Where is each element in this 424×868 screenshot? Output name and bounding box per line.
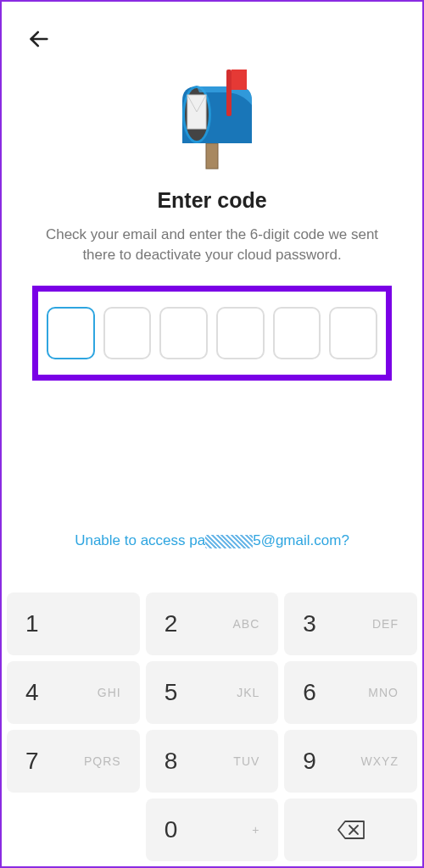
code-digit-1[interactable] <box>47 307 95 359</box>
keypad-digit: 8 <box>165 748 178 775</box>
backspace-icon <box>337 820 365 840</box>
page-subtitle: Check your email and enter the 6-digit c… <box>34 225 390 265</box>
keypad-letters: JKL <box>237 686 259 699</box>
keypad-9[interactable]: 9 WXYZ <box>284 730 417 793</box>
keypad-backspace[interactable] <box>284 798 417 861</box>
back-button[interactable] <box>27 27 397 54</box>
keypad-7[interactable]: 7 PQRS <box>7 730 140 793</box>
mailbox-icon <box>157 63 267 173</box>
keypad-letters: PQRS <box>84 754 121 768</box>
keypad-digit: 4 <box>25 679 39 706</box>
keypad-1[interactable]: 1 <box>7 593 140 655</box>
code-digit-2[interactable] <box>103 307 152 359</box>
page-title: Enter code <box>2 188 422 213</box>
email-link-prefix: Unable to access pa <box>75 532 205 548</box>
keypad-digit: 9 <box>303 748 316 775</box>
keypad-letters: + <box>252 823 259 837</box>
keypad-digit: 5 <box>165 679 178 706</box>
keypad-letters: ABC <box>233 617 260 631</box>
keypad-3[interactable]: 3 DEF <box>284 593 417 655</box>
code-digit-4[interactable] <box>216 307 265 359</box>
mailbox-illustration <box>2 63 422 173</box>
keypad-digit: 0 <box>165 816 178 843</box>
redacted-text <box>205 535 253 548</box>
keypad-letters: TUV <box>233 754 259 768</box>
code-digit-3[interactable] <box>159 307 208 359</box>
keypad-letters: MNO <box>368 686 399 699</box>
keypad-4[interactable]: 4 GHI <box>7 661 140 724</box>
keypad-digit: 1 <box>25 610 39 637</box>
email-link-suffix: 5@gmail.com? <box>253 532 349 548</box>
keypad-0[interactable]: 0 + <box>146 798 279 861</box>
code-input-group <box>32 286 392 381</box>
svg-rect-1 <box>206 143 218 169</box>
unable-access-email-link[interactable]: Unable to access pa5@gmail.com? <box>2 532 422 549</box>
svg-rect-8 <box>232 70 247 90</box>
code-digit-5[interactable] <box>273 307 321 359</box>
keypad-digit: 3 <box>303 610 316 637</box>
svg-rect-7 <box>226 70 232 116</box>
keypad-letters: WXYZ <box>361 754 399 768</box>
keypad-digit: 2 <box>165 610 178 637</box>
keypad-2[interactable]: 2 ABC <box>146 593 279 655</box>
keypad-8[interactable]: 8 TUV <box>146 730 279 793</box>
code-digit-6[interactable] <box>329 307 377 359</box>
keypad-letters: DEF <box>372 617 399 631</box>
keypad-digit: 7 <box>25 748 39 775</box>
keypad-letters: GHI <box>98 686 121 699</box>
keypad-digit: 6 <box>303 679 316 706</box>
keypad-6[interactable]: 6 MNO <box>284 661 417 724</box>
arrow-left-icon <box>27 27 51 51</box>
numeric-keypad: 1 2 ABC 3 DEF 4 GHI 5 JKL 6 MNO 7 PQRS 8… <box>2 587 422 866</box>
keypad-5[interactable]: 5 JKL <box>146 661 279 724</box>
